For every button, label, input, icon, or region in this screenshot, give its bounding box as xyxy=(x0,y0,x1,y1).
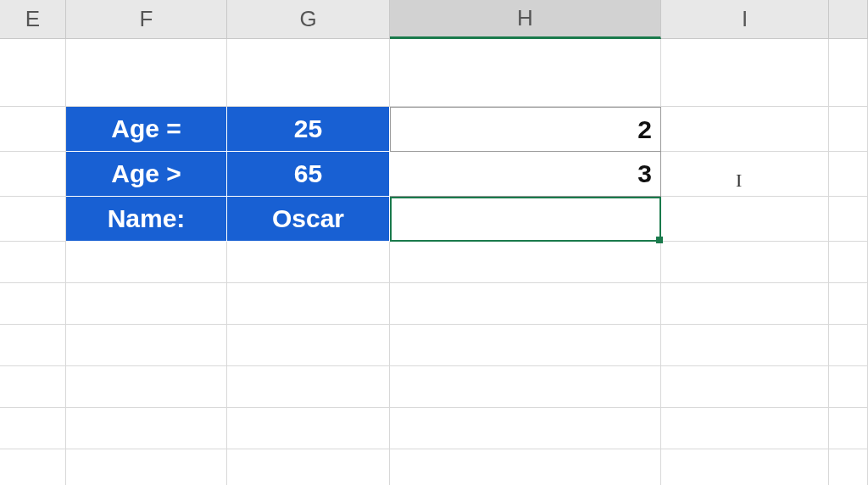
cell-H7[interactable] xyxy=(390,283,661,325)
cell-E4[interactable] xyxy=(0,152,66,197)
cell-I4[interactable] xyxy=(661,152,829,197)
cell-F7[interactable] xyxy=(66,283,227,325)
cell-E8[interactable] xyxy=(0,325,66,366)
cell-G9[interactable] xyxy=(227,366,390,408)
cell-J9[interactable] xyxy=(829,366,868,408)
row-11 xyxy=(0,449,868,485)
cell-F9[interactable] xyxy=(66,366,227,408)
cell-F3[interactable]: Age = xyxy=(66,107,227,152)
row-6 xyxy=(0,242,868,283)
cell-J4[interactable] xyxy=(829,152,868,197)
cell-I6[interactable] xyxy=(661,242,829,283)
cell-H8[interactable] xyxy=(390,325,661,366)
cell-I3[interactable] xyxy=(661,107,829,152)
cell-H10[interactable] xyxy=(390,408,661,449)
cell-F8[interactable] xyxy=(66,325,227,366)
cell-J8[interactable] xyxy=(829,325,868,366)
cell-E7[interactable] xyxy=(0,283,66,325)
cell-G7[interactable] xyxy=(227,283,390,325)
cell-I2[interactable] xyxy=(661,39,829,107)
row-8 xyxy=(0,325,868,366)
cell-F2[interactable] xyxy=(66,39,227,107)
text-cursor-icon: I xyxy=(736,170,742,192)
cell-E2[interactable] xyxy=(0,39,66,107)
col-header-G[interactable]: G xyxy=(227,0,390,39)
col-header-J[interactable] xyxy=(829,0,868,39)
cell-G3[interactable]: 25 xyxy=(227,107,390,152)
cell-G8[interactable] xyxy=(227,325,390,366)
col-header-E[interactable]: E xyxy=(0,0,66,39)
cell-H2[interactable] xyxy=(390,39,661,107)
cell-E11[interactable] xyxy=(0,449,66,485)
cell-H6[interactable] xyxy=(390,242,661,283)
cell-J7[interactable] xyxy=(829,283,868,325)
cell-J3[interactable] xyxy=(829,107,868,152)
row-3: Age = 25 2 xyxy=(0,107,868,152)
cell-G6[interactable] xyxy=(227,242,390,283)
cell-J5[interactable] xyxy=(829,197,868,242)
cell-I8[interactable] xyxy=(661,325,829,366)
spreadsheet-grid[interactable]: E F G H I Age = 25 2 Age > 65 3 xyxy=(0,0,868,485)
cell-H3[interactable]: 2 xyxy=(390,107,661,152)
cell-E9[interactable] xyxy=(0,366,66,408)
cell-F6[interactable] xyxy=(66,242,227,283)
cell-F10[interactable] xyxy=(66,408,227,449)
cell-F11[interactable] xyxy=(66,449,227,485)
cell-E3[interactable] xyxy=(0,107,66,152)
row-5: Name: Oscar xyxy=(0,197,868,242)
cell-G11[interactable] xyxy=(227,449,390,485)
cell-F5[interactable]: Name: xyxy=(66,197,227,242)
cell-E10[interactable] xyxy=(0,408,66,449)
col-header-F[interactable]: F xyxy=(66,0,227,39)
cell-G2[interactable] xyxy=(227,39,390,107)
column-headers: E F G H I xyxy=(0,0,868,39)
row-10 xyxy=(0,408,868,449)
cell-I7[interactable] xyxy=(661,283,829,325)
cell-E6[interactable] xyxy=(0,242,66,283)
row-2 xyxy=(0,39,868,107)
grid-body: Age = 25 2 Age > 65 3 Name: Oscar xyxy=(0,39,868,485)
col-header-I[interactable]: I xyxy=(661,0,829,39)
cell-F4[interactable]: Age > xyxy=(66,152,227,197)
cell-H5[interactable] xyxy=(390,197,661,242)
cell-G10[interactable] xyxy=(227,408,390,449)
cell-I5[interactable] xyxy=(661,197,829,242)
cell-H9[interactable] xyxy=(390,366,661,408)
col-header-H[interactable]: H xyxy=(390,0,661,39)
cell-I9[interactable] xyxy=(661,366,829,408)
cell-J6[interactable] xyxy=(829,242,868,283)
cell-J11[interactable] xyxy=(829,449,868,485)
cell-J10[interactable] xyxy=(829,408,868,449)
row-7 xyxy=(0,283,868,325)
row-9 xyxy=(0,366,868,408)
cell-H11[interactable] xyxy=(390,449,661,485)
cell-E5[interactable] xyxy=(0,197,66,242)
cell-I10[interactable] xyxy=(661,408,829,449)
cell-H4[interactable]: 3 xyxy=(390,152,661,197)
cell-G5[interactable]: Oscar xyxy=(227,197,390,242)
cell-J2[interactable] xyxy=(829,39,868,107)
cell-G4[interactable]: 65 xyxy=(227,152,390,197)
cell-I11[interactable] xyxy=(661,449,829,485)
